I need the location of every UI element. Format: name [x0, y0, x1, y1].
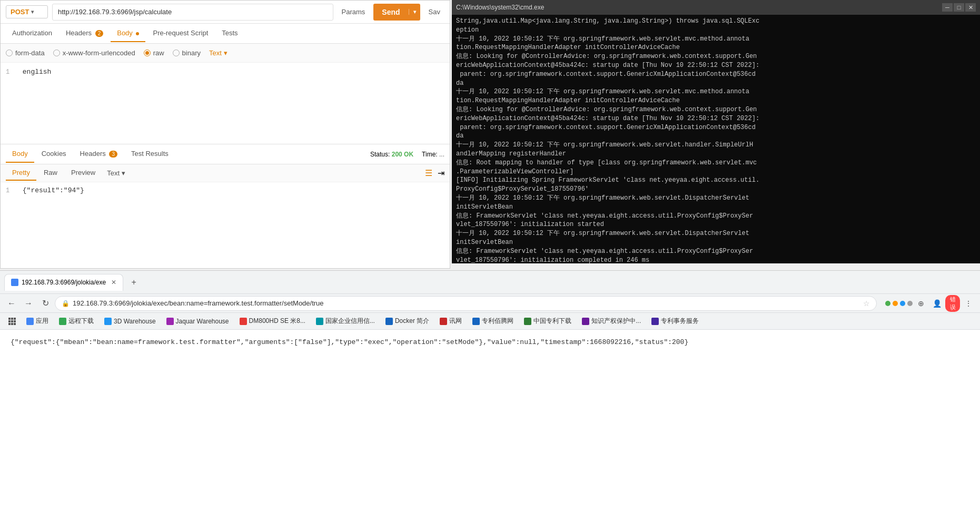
user-button[interactable]: 👤: [929, 296, 944, 311]
cmd-line: 十一月 10, 2022 10:50:12 下午 org.springframe…: [456, 194, 976, 203]
svg-rect-0: [8, 318, 11, 320]
tab-headers[interactable]: Headers 2: [60, 25, 110, 42]
time-value: ...: [439, 151, 444, 158]
text-type-dropdown[interactable]: Text ▾: [209, 49, 227, 57]
send-dropdown-icon[interactable]: ▾: [409, 9, 420, 15]
new-tab-button[interactable]: +: [126, 275, 141, 290]
bookmark-item-8[interactable]: 专利佰腾网: [468, 316, 518, 327]
url-input[interactable]: [52, 4, 333, 21]
postman-window: POST ▾ Params Send ▾ Sav Authorization H…: [0, 0, 450, 269]
cmd-line: initServletBean: [456, 238, 976, 247]
tab-authorization[interactable]: Authorization: [6, 25, 58, 42]
bookmark-item-7[interactable]: 讯网: [435, 316, 466, 327]
bookmark-favicon-icon: [524, 318, 531, 325]
cmd-line: 信息: Looking for @ControllerAdvice: org.s…: [456, 52, 976, 61]
tab-close-button[interactable]: ✕: [111, 279, 116, 286]
cmd-line: .ParameterizableViewController]: [456, 168, 976, 176]
response-format-dropdown[interactable]: Text ▾: [107, 169, 125, 177]
text-type-chevron-icon: ▾: [224, 49, 227, 57]
line-number-1: 1: [6, 68, 18, 76]
response-tabs: Body Cookies Headers 3 Test Results Stat…: [1, 144, 450, 164]
status-dot-blue: [900, 301, 905, 306]
svg-rect-7: [11, 323, 13, 325]
bookmark-item-3[interactable]: Jaquar Warehouse: [162, 317, 233, 326]
reload-button[interactable]: ↻: [38, 296, 53, 311]
bookmark-favicon-icon: [240, 318, 247, 325]
response-headers-badge: 3: [109, 151, 117, 158]
bookmark-item-5[interactable]: 国家企业信用信...: [312, 316, 379, 327]
bookmark-item-1[interactable]: 远程下载: [55, 316, 98, 327]
cmd-line: [INFO] Initializing Spring FrameworkServ…: [456, 176, 976, 185]
request-body-editor[interactable]: 1 english: [1, 63, 450, 144]
tab-pre-request[interactable]: Pre-request Script: [146, 25, 214, 42]
bookmark-item-6[interactable]: Docker 简介: [381, 316, 433, 327]
status-dot-green: [885, 301, 890, 306]
star-icon[interactable]: ☆: [863, 299, 870, 308]
svg-rect-6: [8, 323, 11, 325]
menu-button[interactable]: ⋮: [961, 296, 976, 311]
bookmark-item-0[interactable]: 应用: [22, 316, 53, 327]
response-tab-cookies[interactable]: Cookies: [35, 145, 73, 163]
cmd-line: da: [456, 132, 976, 141]
back-button[interactable]: ←: [4, 296, 19, 311]
cmd-content: String,java.util.Map<java.lang.String, j…: [452, 15, 980, 263]
response-tab-headers[interactable]: Headers 3: [74, 145, 124, 163]
method-selector[interactable]: POST ▾: [6, 5, 48, 18]
bookmark-label: 知识产权保护中...: [591, 317, 641, 326]
urlencoded-radio[interactable]: [53, 50, 60, 56]
bookmark-item-9[interactable]: 中国专利下载: [520, 316, 576, 327]
browser-nav-bar: ← → ↻ 🔒 192.168.79.3:6969/jolokia/exec/b…: [0, 294, 980, 313]
format-tab-pretty[interactable]: Pretty: [6, 165, 36, 181]
cmd-close-button[interactable]: ✕: [965, 3, 976, 12]
svg-rect-3: [8, 320, 11, 322]
cmd-line: ProxyConfig$ProxyServlet_187550796': [456, 185, 976, 194]
response-tab-body[interactable]: Body: [6, 145, 34, 163]
headers-badge: 2: [95, 30, 104, 37]
cmd-window: C:\Windows\system32\cmd.exe ─ □ ✕ String…: [452, 0, 980, 263]
browser-tab-active[interactable]: 192.168.79.3:6969/jolokia/exe ✕: [4, 274, 123, 291]
cmd-line: 十一月 10, 2022 10:50:12 下午 org.springframe…: [456, 87, 976, 96]
bookmark-item-10[interactable]: 知识产权保护中...: [578, 316, 645, 327]
filter-icon[interactable]: ☰: [425, 168, 432, 178]
status-label: Status: 200 OK: [370, 151, 413, 158]
status-indicators: [885, 301, 913, 306]
binary-option[interactable]: binary: [173, 49, 201, 57]
extensions-button[interactable]: ⊕: [914, 296, 928, 311]
raw-option[interactable]: raw: [144, 49, 164, 57]
format-tab-raw[interactable]: Raw: [37, 165, 64, 181]
bookmark-label: 应用: [36, 317, 48, 326]
send-button[interactable]: Send ▾: [373, 4, 420, 21]
form-data-option[interactable]: form-data: [6, 49, 45, 57]
svg-rect-1: [11, 318, 13, 320]
format-tab-preview[interactable]: Preview: [65, 165, 102, 181]
bookmark-favicon-icon: [166, 318, 174, 325]
cmd-maximize-button[interactable]: □: [954, 3, 964, 12]
bookmark-label: 专利事务服务: [661, 317, 699, 326]
params-button[interactable]: Params: [338, 6, 370, 18]
urlencoded-option[interactable]: x-www-form-urlencoded: [53, 49, 135, 57]
cmd-minimize-button[interactable]: ─: [942, 3, 953, 12]
bookmark-apps-icon[interactable]: [4, 317, 20, 326]
raw-radio[interactable]: [144, 50, 151, 56]
save-button[interactable]: Sav: [424, 6, 444, 18]
cmd-line: 十一月 10, 2022 10:50:12 下午 org.springframe…: [456, 141, 976, 150]
scroll-icon[interactable]: ⇥: [438, 168, 444, 178]
cmd-line: vlet_187550796': initialization started: [456, 220, 976, 229]
address-bar[interactable]: 🔒 192.168.79.3:6969/jolokia/exec/bean:na…: [55, 296, 877, 311]
response-tab-test-results[interactable]: Test Results: [125, 145, 175, 163]
tab-tests[interactable]: Tests: [215, 25, 244, 42]
tab-body[interactable]: Body: [111, 25, 145, 42]
bookmark-label: Jaquar Warehouse: [176, 318, 229, 325]
page-text: {"request":{"mbean":"bean:name=framework…: [11, 338, 688, 346]
form-data-radio[interactable]: [6, 50, 13, 56]
tab-label: 192.168.79.3:6969/jolokia/exe: [22, 279, 106, 286]
bookmark-label: 中国专利下载: [533, 317, 571, 326]
bookmark-label: 专利佰腾网: [482, 317, 513, 326]
bookmark-item-4[interactable]: DM800HD SE 米8...: [235, 316, 310, 327]
forward-button[interactable]: →: [21, 296, 36, 311]
binary-radio[interactable]: [173, 50, 180, 56]
bookmark-item-2[interactable]: 3D Warehouse: [100, 317, 160, 326]
cmd-titlebar: C:\Windows\system32\cmd.exe ─ □ ✕: [452, 0, 980, 15]
error-button[interactable]: 错误: [945, 296, 960, 311]
bookmark-item-11[interactable]: 专利事务服务: [647, 316, 703, 327]
